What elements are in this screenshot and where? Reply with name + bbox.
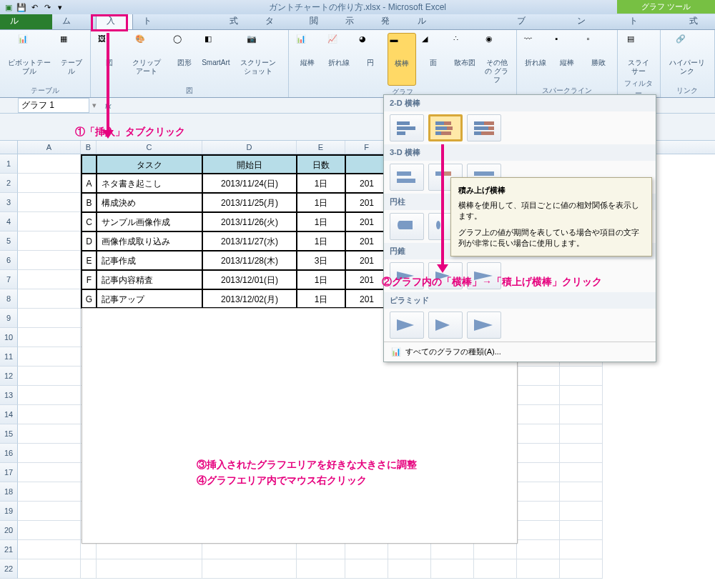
cell[interactable]: [560, 463, 603, 482]
cell[interactable]: [18, 154, 81, 174]
cell[interactable]: [560, 502, 603, 521]
cell[interactable]: 201: [345, 289, 388, 309]
line-chart-button[interactable]: 📈折れ線: [325, 33, 353, 86]
column-header[interactable]: A: [18, 141, 81, 154]
cell[interactable]: [560, 444, 603, 463]
undo-icon[interactable]: ↶: [29, 1, 40, 13]
cell[interactable]: 2013/11/27(水): [202, 231, 297, 251]
row-header[interactable]: 11: [0, 347, 18, 367]
row-header[interactable]: 20: [0, 521, 18, 540]
row-header[interactable]: 19: [0, 502, 18, 521]
cell[interactable]: 3日: [297, 251, 345, 270]
cell[interactable]: 201: [345, 193, 388, 212]
cell[interactable]: 201: [345, 174, 388, 193]
bar-cone-3[interactable]: [467, 262, 501, 289]
cell[interactable]: [517, 502, 560, 521]
bar-pyramid-3[interactable]: [467, 312, 501, 339]
row-header[interactable]: 18: [0, 482, 18, 502]
cell[interactable]: 1日: [297, 289, 345, 309]
cell[interactable]: [18, 367, 81, 386]
bar-100stacked-2d[interactable]: [467, 114, 501, 141]
cell[interactable]: [18, 502, 81, 521]
row-header[interactable]: 1: [0, 154, 18, 174]
cell[interactable]: 201: [345, 270, 388, 289]
cell[interactable]: [18, 328, 81, 347]
cell[interactable]: [517, 386, 560, 405]
clipart-button[interactable]: 🎨クリップ アート: [127, 33, 167, 84]
cell[interactable]: [18, 463, 81, 482]
cell[interactable]: [81, 154, 97, 174]
cell[interactable]: A: [81, 174, 97, 193]
pie-chart-button[interactable]: ◕円: [356, 33, 385, 86]
cell[interactable]: 2013/11/24(日): [202, 174, 297, 193]
cell[interactable]: 構成決め: [97, 193, 202, 212]
cell[interactable]: 1日: [297, 231, 345, 251]
cell[interactable]: [517, 559, 560, 579]
cell[interactable]: [202, 559, 297, 579]
cell[interactable]: 1日: [297, 193, 345, 212]
row-header[interactable]: 12: [0, 367, 18, 386]
bar-cone-1[interactable]: [390, 262, 424, 289]
cell[interactable]: G: [81, 289, 97, 309]
cell[interactable]: [474, 559, 517, 579]
cell[interactable]: [560, 521, 603, 540]
screenshot-button[interactable]: 📷スクリーン ショット: [233, 33, 284, 84]
row-header[interactable]: 15: [0, 424, 18, 444]
slicer-button[interactable]: ▤スライサー: [622, 33, 656, 77]
bar-chart-button[interactable]: ▬横棒: [388, 33, 416, 86]
cell[interactable]: C: [81, 212, 97, 231]
select-all-corner[interactable]: [0, 141, 18, 154]
cell[interactable]: F: [81, 270, 97, 289]
pivot-table-button[interactable]: 📊ピボットテーブル: [4, 33, 54, 84]
cell[interactable]: [388, 559, 431, 579]
cell[interactable]: 記事アップ: [97, 289, 202, 309]
row-header[interactable]: 4: [0, 212, 18, 231]
cell[interactable]: [560, 540, 603, 559]
cell[interactable]: B: [81, 193, 97, 212]
row-header[interactable]: 6: [0, 251, 18, 270]
cell[interactable]: [297, 559, 345, 579]
row-header[interactable]: 21: [0, 540, 18, 559]
row-header[interactable]: 13: [0, 386, 18, 405]
column-header[interactable]: E: [297, 141, 345, 154]
cell[interactable]: 1日: [297, 270, 345, 289]
cell[interactable]: [345, 559, 388, 579]
cell[interactable]: 2013/12/01(日): [202, 270, 297, 289]
cell[interactable]: [560, 367, 603, 386]
scatter-chart-button[interactable]: ∴散布図: [450, 33, 479, 86]
cell[interactable]: D: [81, 231, 97, 251]
redo-icon[interactable]: ↷: [41, 1, 53, 13]
area-chart-button[interactable]: ◢面: [419, 33, 448, 86]
row-header[interactable]: 7: [0, 270, 18, 289]
cell[interactable]: [18, 559, 81, 579]
name-box-dropdown-icon[interactable]: ▾: [89, 101, 99, 110]
bar-clustered-2d[interactable]: [390, 114, 424, 141]
cell[interactable]: [517, 367, 560, 386]
column-header[interactable]: B: [81, 141, 97, 154]
cell[interactable]: [18, 231, 81, 251]
row-header[interactable]: 8: [0, 289, 18, 309]
table-button[interactable]: ▦テーブル: [57, 33, 86, 84]
save-icon[interactable]: 💾: [16, 1, 27, 13]
cell[interactable]: [18, 386, 81, 405]
cell[interactable]: [81, 559, 97, 579]
cell[interactable]: [560, 559, 603, 579]
cell[interactable]: 201: [345, 231, 388, 251]
shapes-button[interactable]: ◯図形: [170, 33, 199, 84]
cell[interactable]: [18, 193, 81, 212]
other-charts-button[interactable]: ◉その他の グラフ: [482, 33, 512, 86]
sparkline-column-button[interactable]: ▪縦棒: [553, 33, 581, 84]
row-header[interactable]: 2: [0, 174, 18, 193]
column-chart-button[interactable]: 📊縦棒: [293, 33, 322, 86]
bar-pyramid-2[interactable]: [428, 312, 463, 339]
cell[interactable]: 201: [345, 212, 388, 231]
cell[interactable]: [18, 251, 81, 270]
row-header[interactable]: 10: [0, 328, 18, 347]
cell[interactable]: サンプル画像作成: [97, 212, 202, 231]
cell[interactable]: [345, 154, 388, 174]
cell[interactable]: [517, 463, 560, 482]
row-header[interactable]: 17: [0, 463, 18, 482]
name-box[interactable]: グラフ 1: [18, 98, 89, 113]
cell[interactable]: [431, 559, 474, 579]
bar-pyramid-1[interactable]: [390, 312, 424, 339]
